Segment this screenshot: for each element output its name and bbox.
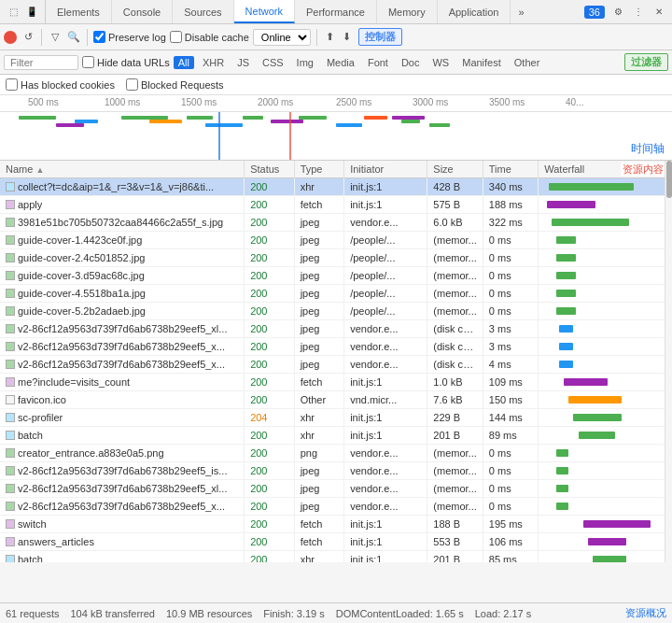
- table-row[interactable]: sc-profiler 204xhrinit.js:1229 B144 ms: [0, 409, 672, 427]
- table-row[interactable]: batch 200xhrinit.js:1201 B85 ms: [0, 551, 672, 563]
- record-button[interactable]: [4, 31, 17, 44]
- close-icon[interactable]: ✕: [651, 5, 666, 20]
- file-name: collect?t=dc&aip=1&_r=3&v=1&_v=j86&ti...: [18, 181, 214, 192]
- table-row[interactable]: v2-86cf12a9563d739f7d6ab6738b29eef5_xl..…: [0, 480, 672, 498]
- th-waterfall[interactable]: Waterfall 资源内容: [539, 161, 672, 178]
- th-size[interactable]: Size: [427, 161, 483, 178]
- inspect-icon[interactable]: ⬚: [6, 5, 21, 20]
- type-cell: xhr: [294, 427, 344, 445]
- table-row[interactable]: me?include=visits_count 200fetchinit.js:…: [0, 374, 672, 391]
- ruler-mark-7: 3500 ms: [489, 97, 525, 107]
- type-cell: jpeg: [294, 303, 344, 320]
- size-cell: (memor...: [427, 285, 483, 303]
- name-cell: apply: [6, 199, 238, 210]
- table-row[interactable]: v2-86cf12a9563d739f7d6ab6738b29eef5_x...…: [0, 338, 672, 356]
- wf-bar: [547, 201, 595, 208]
- table-row[interactable]: guide-cover-4.5518ba1a.jpg 200jpeg/peopl…: [0, 285, 672, 303]
- wf-visual: [544, 180, 665, 193]
- file-icon: [6, 289, 15, 298]
- th-name[interactable]: Name ▲: [0, 161, 245, 178]
- network-throttle-select[interactable]: Online: [253, 29, 311, 46]
- wf-visual: [544, 358, 665, 371]
- scroll-indicator[interactable]: [665, 161, 672, 562]
- waterfall-cell: [539, 516, 672, 533]
- more-icon[interactable]: ⋮: [631, 5, 646, 20]
- blocked-requests-checkbox[interactable]: Blocked Requests: [126, 78, 224, 91]
- type-cell: jpeg: [294, 232, 344, 249]
- tab-performance[interactable]: Performance: [295, 0, 377, 23]
- table-row[interactable]: guide-cover-3.d59ac68c.jpg 200jpeg/peopl…: [0, 267, 672, 285]
- table-row[interactable]: creator_entrance.a883e0a5.png 200pngvend…: [0, 445, 672, 462]
- blocked-cookies-checkbox[interactable]: Has blocked cookies: [6, 78, 115, 91]
- filter-doc[interactable]: Doc: [397, 56, 425, 69]
- table-row[interactable]: guide-cover-5.2b2adaeb.jpg 200jpeg/peopl…: [0, 303, 672, 320]
- filter-input[interactable]: [4, 55, 78, 70]
- file-name: guide-cover-5.2b2adaeb.jpg: [18, 305, 146, 317]
- size-cell: (disk ca...: [427, 320, 483, 338]
- table-row[interactable]: v2-86cf12a9563d739f7d6ab6738b29eef5_xl..…: [0, 320, 672, 338]
- name-cell: guide-cover-2.4c501852.jpg: [6, 252, 238, 263]
- tab-application[interactable]: Application: [438, 0, 511, 23]
- filter-all[interactable]: All: [174, 56, 194, 69]
- search-icon[interactable]: 🔍: [66, 30, 81, 45]
- controller-button[interactable]: 控制器: [358, 28, 402, 46]
- filter-js[interactable]: JS: [232, 56, 254, 69]
- name-cell: answers_articles: [6, 536, 238, 547]
- filter-media[interactable]: Media: [322, 56, 359, 69]
- wf-bar: [556, 236, 576, 244]
- table-row[interactable]: 3981e51bc705b50732caa84466c2a55f_s.jpg 2…: [0, 214, 672, 232]
- table-row[interactable]: favicon.ico 200Othervnd.micr...7.6 kB150…: [0, 391, 672, 409]
- tab-network[interactable]: Network: [234, 0, 295, 23]
- waterfall-cell: [539, 232, 672, 249]
- device-icon[interactable]: 📱: [24, 5, 39, 20]
- wf-bar: [559, 361, 574, 368]
- network-table-wrapper[interactable]: Name ▲ Status Type Initiator Size Time: [0, 161, 672, 562]
- table-row[interactable]: answers_articles 200fetchinit.js:1553 B1…: [0, 533, 672, 551]
- table-row[interactable]: guide-cover-1.4423ce0f.jpg 200jpeg/peopl…: [0, 232, 672, 249]
- filter-button[interactable]: 过滤器: [624, 53, 668, 71]
- name-cell: sc-profiler: [6, 412, 238, 423]
- status-cell: 200: [245, 480, 295, 498]
- th-initiator[interactable]: Initiator: [344, 161, 427, 178]
- disable-cache-checkbox[interactable]: Disable cache: [170, 31, 249, 43]
- tab-console[interactable]: Console: [112, 0, 173, 23]
- table-row[interactable]: guide-cover-2.4c501852.jpg 200jpeg/peopl…: [0, 249, 672, 267]
- table-row[interactable]: batch 200xhrinit.js:1201 B89 ms: [0, 427, 672, 445]
- table-row[interactable]: switch 200fetchinit.js:1188 B195 ms: [0, 516, 672, 533]
- filter-other[interactable]: Other: [510, 56, 545, 69]
- time-cell: 4 ms: [483, 356, 538, 374]
- waterfall-cell: [539, 303, 672, 320]
- table-row[interactable]: v2-86cf12a9563d739f7d6ab6738b29eef5_x...…: [0, 498, 672, 516]
- filter-manifest[interactable]: Manifest: [457, 56, 506, 69]
- table-row[interactable]: collect?t=dc&aip=1&_r=3&v=1&_v=j86&ti...…: [0, 178, 672, 196]
- file-icon: [6, 502, 15, 511]
- filter-xhr[interactable]: XHR: [198, 56, 229, 69]
- settings-icon[interactable]: ⚙: [610, 5, 625, 20]
- tab-sources[interactable]: Sources: [173, 0, 233, 23]
- filter-css[interactable]: CSS: [258, 56, 288, 69]
- tab-elements[interactable]: Elements: [46, 0, 112, 23]
- export-icon[interactable]: ⬇: [340, 30, 355, 45]
- waterfall-cell: [539, 356, 672, 374]
- hide-data-urls-checkbox[interactable]: Hide data URLs: [82, 56, 170, 68]
- filter-ws[interactable]: WS: [427, 56, 454, 69]
- reload-icon[interactable]: ↺: [21, 30, 35, 45]
- waterfall-cell: [539, 427, 672, 445]
- timeline-area[interactable]: 500 ms 1000 ms 1500 ms 2000 ms 2500 ms 3…: [0, 95, 672, 161]
- initiator-cell: init.js:1: [344, 178, 427, 196]
- preserve-log-checkbox[interactable]: Preserve log: [93, 31, 166, 43]
- filter-img[interactable]: Img: [292, 56, 318, 69]
- tab-more[interactable]: »: [511, 0, 531, 23]
- th-type[interactable]: Type: [294, 161, 344, 178]
- network-toolbar: ↺ ▽ 🔍 Preserve log Disable cache Online …: [0, 24, 672, 50]
- filter-icon[interactable]: ▽: [48, 30, 63, 45]
- import-icon[interactable]: ⬆: [323, 30, 338, 45]
- table-row[interactable]: v2-86cf12a9563d739f7d6ab6738b29eef5_x...…: [0, 356, 672, 374]
- filter-font[interactable]: Font: [363, 56, 393, 69]
- table-row[interactable]: v2-86cf12a9563d739f7d6ab6738b29eef5_is..…: [0, 462, 672, 480]
- th-time[interactable]: Time: [483, 161, 538, 178]
- wf-bar: [556, 307, 576, 315]
- th-status[interactable]: Status: [245, 161, 295, 178]
- table-row[interactable]: apply 200fetchinit.js:1575 B188 ms: [0, 196, 672, 214]
- tab-memory[interactable]: Memory: [377, 0, 438, 23]
